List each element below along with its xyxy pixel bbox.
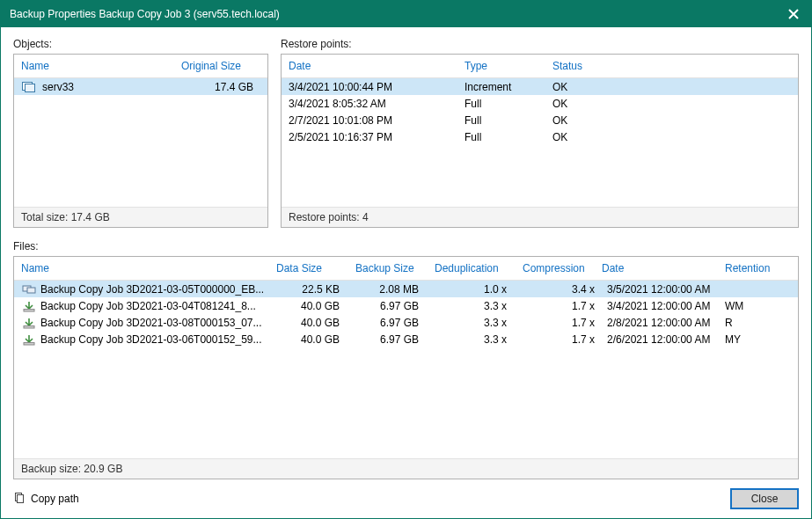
col-header-cp[interactable]: Compression — [523, 262, 602, 274]
restore-status: OK — [552, 98, 791, 110]
file-datasize: 40.0 GB — [276, 333, 355, 346]
restore-row[interactable]: 3/4/2021 8:05:32 AMFullOK — [282, 95, 798, 112]
col-header-type[interactable]: Type — [465, 60, 552, 72]
restore-date: 3/4/2021 10:00:44 PM — [289, 81, 465, 93]
file-name: Backup Copy Job 3D2021-03-05T000000_EB..… — [40, 283, 276, 296]
file-compression: 1.7 x — [523, 300, 602, 312]
files-row[interactable]: Backup Copy Job 3D2021-03-05T000000_EB..… — [14, 281, 798, 297]
svg-rect-3 — [27, 288, 35, 293]
files-footer: Backup size: 20.9 GB — [14, 458, 798, 479]
window-title: Backup Properties Backup Copy Job 3 (ser… — [10, 8, 785, 20]
restore-date: 2/5/2021 10:16:37 PM — [289, 131, 465, 143]
close-button[interactable]: Close — [730, 488, 799, 509]
backup-properties-dialog: Backup Properties Backup Copy Job 3 (ser… — [0, 0, 812, 519]
restore-type: Full — [465, 98, 552, 110]
file-backupsize: 6.97 GB — [355, 317, 435, 329]
col-header-ds[interactable]: Data Size — [276, 262, 355, 274]
restore-status: OK — [552, 114, 791, 127]
copy-path-button[interactable]: Copy path — [13, 492, 79, 507]
file-compression: 1.7 x — [523, 333, 602, 346]
objects-grid: Name Original Size serv3317.4 GB Total s… — [13, 54, 268, 228]
copy-path-label: Copy path — [31, 493, 79, 505]
increment-icon — [21, 300, 37, 312]
col-header-bs[interactable]: Backup Size — [355, 262, 435, 274]
file-retention: MY — [725, 333, 786, 346]
restore-status: OK — [552, 81, 791, 93]
files-grid: Name Data Size Backup Size Deduplication… — [13, 256, 799, 479]
vm-icon — [21, 82, 37, 92]
object-name: serv33 — [42, 81, 74, 93]
file-name: Backup Copy Job 3D2021-03-08T000153_07..… — [40, 317, 276, 329]
restore-type: Full — [465, 114, 552, 127]
file-date: 3/5/2021 12:00:00 AM — [602, 283, 725, 296]
svg-rect-8 — [18, 494, 24, 502]
restore-label: Restore points: — [281, 38, 799, 50]
file-datasize: 22.5 KB — [276, 283, 355, 296]
files-row[interactable]: Backup Copy Job 3D2021-03-06T000152_59..… — [14, 331, 798, 347]
file-backupsize: 2.08 MB — [355, 283, 435, 296]
file-dedup: 3.3 x — [435, 300, 523, 312]
files-row[interactable]: Backup Copy Job 3D2021-03-04T081241_8...… — [14, 297, 798, 314]
restore-date: 3/4/2021 8:05:32 AM — [289, 98, 465, 110]
col-header-dd[interactable]: Deduplication — [435, 262, 523, 274]
file-date: 2/8/2021 12:00:00 AM — [602, 317, 725, 329]
restore-status: OK — [552, 131, 791, 143]
objects-header: Name Original Size — [14, 55, 267, 78]
file-backupsize: 6.97 GB — [355, 300, 435, 312]
svg-rect-4 — [24, 309, 34, 311]
svg-rect-1 — [26, 84, 35, 91]
col-header-name[interactable]: Name — [21, 60, 181, 72]
col-header-date[interactable]: Date — [289, 60, 465, 72]
objects-footer: Total size: 17.4 GB — [14, 207, 267, 227]
increment-icon — [21, 317, 37, 329]
col-header-rt[interactable]: Retention — [725, 262, 786, 274]
file-name: Backup Copy Job 3D2021-03-06T000152_59..… — [40, 333, 276, 346]
col-header-fname[interactable]: Name — [21, 262, 276, 274]
svg-rect-6 — [24, 342, 34, 345]
restore-row[interactable]: 2/5/2021 10:16:37 PMFullOK — [282, 128, 798, 145]
objects-row[interactable]: serv3317.4 GB — [14, 78, 267, 95]
file-retention: R — [725, 317, 786, 329]
file-dedup: 3.3 x — [435, 333, 523, 346]
restore-grid: Date Type Status 3/4/2021 10:00:44 PMInc… — [281, 54, 799, 228]
files-header: Name Data Size Backup Size Deduplication… — [14, 257, 798, 281]
file-dedup: 3.3 x — [435, 317, 523, 329]
file-date: 3/4/2021 12:00:00 AM — [602, 300, 725, 312]
file-dedup: 1.0 x — [435, 283, 523, 296]
backup-chain-icon — [21, 283, 37, 296]
restore-date: 2/7/2021 10:01:08 PM — [289, 114, 465, 127]
svg-rect-5 — [24, 325, 34, 328]
file-date: 2/6/2021 12:00:00 AM — [602, 333, 725, 346]
increment-icon — [21, 333, 37, 346]
file-compression: 1.7 x — [523, 317, 602, 329]
restore-type: Full — [465, 131, 552, 143]
objects-label: Objects: — [13, 38, 268, 50]
close-icon[interactable] — [785, 9, 802, 19]
col-header-size[interactable]: Original Size — [181, 60, 260, 72]
files-label: Files: — [13, 240, 799, 252]
file-name: Backup Copy Job 3D2021-03-04T081241_8... — [40, 300, 276, 312]
file-compression: 3.4 x — [523, 283, 602, 296]
restore-row[interactable]: 3/4/2021 10:00:44 PMIncrementOK — [282, 78, 798, 95]
titlebar[interactable]: Backup Properties Backup Copy Job 3 (ser… — [1, 1, 811, 27]
file-datasize: 40.0 GB — [276, 317, 355, 329]
copy-icon — [13, 492, 26, 507]
restore-type: Increment — [465, 81, 552, 93]
file-retention: WM — [725, 300, 786, 312]
col-header-dt[interactable]: Date — [602, 262, 725, 274]
file-backupsize: 6.97 GB — [355, 333, 435, 346]
file-datasize: 40.0 GB — [276, 300, 355, 312]
col-header-status[interactable]: Status — [552, 60, 791, 72]
restore-row[interactable]: 2/7/2021 10:01:08 PMFullOK — [282, 112, 798, 128]
restore-header: Date Type Status — [282, 55, 798, 78]
restore-footer: Restore points: 4 — [282, 207, 798, 227]
files-row[interactable]: Backup Copy Job 3D2021-03-08T000153_07..… — [14, 314, 798, 331]
object-size: 17.4 GB — [181, 81, 260, 93]
